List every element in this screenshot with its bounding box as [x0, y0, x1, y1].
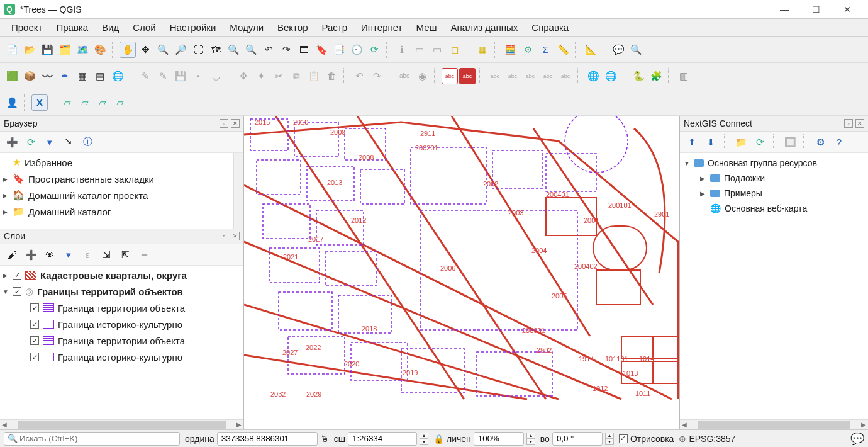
- layer-checkbox[interactable]: ✓: [30, 320, 39, 329]
- lbl5-icon[interactable]: abc: [557, 68, 574, 84]
- edit-multi-icon[interactable]: ✎: [155, 68, 171, 84]
- crs-label[interactable]: EPSG:3857: [689, 434, 735, 444]
- scale-input[interactable]: [348, 432, 417, 446]
- open-project-icon[interactable]: 📂: [21, 42, 38, 58]
- nextgis-scrollbar[interactable]: ◀▶: [680, 419, 868, 429]
- locator-search-input[interactable]: [4, 432, 180, 446]
- expand-all-icon[interactable]: ⇲: [98, 247, 114, 263]
- close-button[interactable]: ✕: [838, 4, 857, 14]
- layer-style-icon[interactable]: 🖌: [4, 247, 20, 263]
- select-icon[interactable]: ▭: [411, 42, 428, 58]
- browser-item-bookmarks[interactable]: ▶🔖 Пространственные закладки: [0, 171, 243, 187]
- layers-undock-button[interactable]: ▫: [220, 232, 228, 240]
- style-manager-icon[interactable]: 🎨: [92, 42, 108, 58]
- zoom-selection-icon[interactable]: 🔍: [225, 42, 242, 58]
- zoom-native-icon[interactable]: ⛶: [190, 42, 206, 58]
- layer-checkbox[interactable]: ✓: [30, 303, 39, 312]
- globe2-icon[interactable]: 🌐: [603, 68, 619, 84]
- measure-icon[interactable]: 📏: [555, 42, 571, 58]
- remove-layer-icon[interactable]: ━: [136, 247, 152, 263]
- lock-icon[interactable]: 🔒: [433, 434, 444, 444]
- paste-icon[interactable]: 📋: [306, 68, 322, 84]
- layout-manager-icon[interactable]: 🗺️: [74, 42, 91, 58]
- zoom-full-icon[interactable]: 🗺: [208, 42, 224, 58]
- show-tips-icon[interactable]: 💬: [610, 42, 626, 58]
- layer-sub-item[interactable]: ✓ Граница историко-культурно: [0, 316, 243, 332]
- add-vector-icon[interactable]: 🟩: [4, 68, 20, 84]
- menu-settings[interactable]: Настройки: [164, 21, 223, 34]
- temporal-controller-icon[interactable]: 🕘: [348, 42, 365, 58]
- new-bookmark-icon[interactable]: 🔖: [313, 42, 330, 58]
- menu-web[interactable]: Интернет: [355, 21, 408, 34]
- rotation-input[interactable]: [552, 432, 603, 446]
- menu-edit[interactable]: Правка: [50, 21, 94, 34]
- properties-browser-icon[interactable]: ⓘ: [79, 134, 96, 150]
- layer-checkbox[interactable]: ✓: [13, 287, 21, 296]
- filter-legend-icon[interactable]: ▾: [60, 247, 77, 263]
- layer-checkbox[interactable]: ✓: [30, 336, 39, 345]
- layers-scrollbar[interactable]: ◀▶: [0, 419, 243, 429]
- menu-vector[interactable]: Вектор: [271, 21, 314, 34]
- ngw-download-icon[interactable]: ⬇: [703, 134, 719, 150]
- coord-toggle-icon[interactable]: 🖱: [320, 434, 329, 444]
- add-feature-icon[interactable]: •: [190, 68, 206, 84]
- lbl2-icon[interactable]: abc: [504, 68, 521, 84]
- delete-icon[interactable]: 🗑: [323, 68, 340, 84]
- python-icon[interactable]: 🐍: [630, 68, 647, 84]
- attributes-icon[interactable]: ▥: [676, 68, 692, 84]
- new-virtual-icon[interactable]: ▦: [74, 68, 91, 84]
- polys3-icon[interactable]: ▱: [94, 94, 111, 111]
- collapse-browser-icon[interactable]: ⇲: [60, 134, 77, 150]
- new-print-layout-icon[interactable]: 🗂️: [57, 42, 73, 58]
- ngw-open-icon[interactable]: 🔲: [782, 134, 798, 150]
- minimize-button[interactable]: —: [775, 4, 794, 14]
- field-calc-icon[interactable]: 🧮: [502, 42, 518, 58]
- layer-checkbox[interactable]: ✓: [30, 353, 39, 361]
- refresh-browser-icon[interactable]: ⟳: [23, 134, 39, 150]
- nextgis-close-button[interactable]: ✕: [855, 119, 864, 128]
- statistics-icon[interactable]: Σ: [537, 42, 554, 58]
- render-checkbox[interactable]: ✓: [619, 434, 628, 443]
- add-group-icon[interactable]: ➕: [23, 247, 39, 263]
- browser-undock-button[interactable]: ▫: [220, 119, 228, 128]
- zoom-layer-icon[interactable]: 🔍: [243, 42, 259, 58]
- menu-project[interactable]: Проект: [5, 21, 48, 34]
- layers-close-button[interactable]: ✕: [231, 232, 240, 240]
- ngw-newfolder-icon[interactable]: 📁: [733, 134, 749, 150]
- lbl4-icon[interactable]: abc: [540, 68, 556, 84]
- label-on-icon[interactable]: abc: [442, 68, 458, 84]
- undo-icon[interactable]: ↶: [351, 68, 367, 84]
- pan-icon[interactable]: ✋: [120, 42, 136, 58]
- layer-checkbox[interactable]: ✓: [13, 271, 21, 280]
- globe1-icon[interactable]: 🌐: [585, 68, 601, 84]
- map-tips-icon[interactable]: 📐: [582, 42, 599, 58]
- browser-item-home[interactable]: ▶📁 Домашний каталог: [0, 203, 243, 220]
- new-shapefile-icon[interactable]: 〰️: [39, 68, 55, 84]
- label-off-icon[interactable]: abc: [459, 68, 476, 84]
- select-by-icon[interactable]: ▭: [429, 42, 445, 58]
- manage-visibility-icon[interactable]: 👁: [42, 247, 58, 263]
- expression-filter-icon[interactable]: ε: [79, 247, 96, 263]
- menu-raster[interactable]: Растр: [315, 21, 353, 34]
- messages-icon[interactable]: 💬: [850, 432, 864, 446]
- layer-sub-item[interactable]: ✓ Граница территории объекта: [0, 300, 243, 316]
- pan-to-selection-icon[interactable]: ✥: [137, 42, 153, 58]
- ngw-help-icon[interactable]: ?: [831, 134, 847, 150]
- new-spatialite-icon[interactable]: ✒: [57, 68, 73, 84]
- polys1-icon[interactable]: ▱: [59, 94, 75, 111]
- identify-icon[interactable]: ℹ: [394, 42, 410, 58]
- nextgis-x-icon[interactable]: X: [31, 94, 48, 111]
- zoom-in-icon[interactable]: 🔍: [155, 42, 171, 58]
- copy-icon[interactable]: ⧉: [288, 68, 304, 84]
- ngw-refresh-icon[interactable]: ⟳: [752, 134, 768, 150]
- zoom-next-icon[interactable]: ↷: [278, 42, 294, 58]
- ngw-item[interactable]: 🌐 Основная веб-карта: [684, 201, 864, 216]
- ngw-item[interactable]: ▶ Примеры: [684, 186, 864, 201]
- edit-pencil-icon[interactable]: ✎: [137, 68, 153, 84]
- browser-item-project-home[interactable]: ▶🏠 Домашний каталог проекта: [0, 187, 243, 203]
- collapse-all-icon[interactable]: ⇱: [117, 247, 133, 263]
- polys2-icon[interactable]: ▱: [77, 94, 93, 111]
- browser-item-favorites[interactable]: ★ Избранное: [0, 154, 243, 171]
- map-canvas[interactable]: 2015201020092911200820020120132002200401…: [244, 116, 679, 429]
- layer-sub-item[interactable]: ✓ Граница историко-культурно: [0, 349, 243, 365]
